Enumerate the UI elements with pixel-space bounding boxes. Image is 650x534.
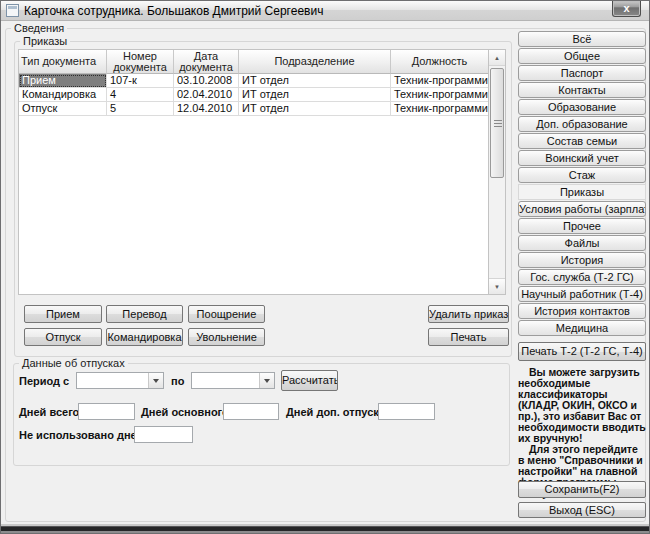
cell-doc-type[interactable]: Прием <box>19 74 107 88</box>
cell-position[interactable]: Техник-программист <box>391 102 488 116</box>
svedeniya-group-label: Сведения <box>11 22 67 34</box>
days-main-label: Дней основного <box>141 406 229 418</box>
scroll-down-icon: ▼ <box>494 284 500 290</box>
column-header-doc-number: Номер документа <box>107 50 174 74</box>
cell-doc-number[interactable]: 107-к <box>107 74 174 88</box>
scrollbar-grip-icon <box>494 123 502 124</box>
scroll-up-button[interactable]: ▲ <box>489 50 505 66</box>
column-header-doc-type: Тип документа <box>19 50 107 74</box>
print-t2-button[interactable]: Печать Т-2 (Т-2 ГС, Т-4) <box>518 342 646 361</box>
cell-doc-number[interactable]: 5 <box>107 102 174 116</box>
pooshchrenie-button[interactable]: Поощрение <box>188 305 265 323</box>
sidebar-item-istoriya[interactable]: История <box>518 252 646 268</box>
cell-doc-type[interactable]: Командировка <box>19 88 107 102</box>
delete-order-button[interactable]: Удалить приказ <box>428 305 509 323</box>
exit-button[interactable]: Выход (ESC) <box>518 502 646 518</box>
sidebar-item-sostav-semi[interactable]: Состав семьи <box>518 133 646 149</box>
sidebar-item-usloviya-raboty[interactable]: Условия работы (зарплата) <box>518 201 646 217</box>
cell-position[interactable]: Техник-программист <box>391 74 488 88</box>
days-total-input[interactable] <box>78 403 135 420</box>
uvolnenie-button[interactable]: Увольнение <box>188 328 265 346</box>
cell-department[interactable]: ИТ отдел <box>239 88 391 102</box>
sidebar-item-istoriya-kontaktov[interactable]: История контактов <box>518 303 646 319</box>
sidebar-item-voinskiy-uchet[interactable]: Воинский учет <box>518 150 646 166</box>
calculate-button[interactable]: Рассчитать <box>281 370 338 391</box>
table-row[interactable]: Командировка 4 02.04.2010 ИТ отдел Техни… <box>19 88 488 102</box>
window-bottom-frame <box>1 524 649 533</box>
period-to-label: по <box>171 375 184 387</box>
otpusk-button[interactable]: Отпуск <box>24 328 102 346</box>
cell-doc-number[interactable]: 4 <box>107 88 174 102</box>
days-main-input[interactable] <box>223 403 279 420</box>
sidebar-item-faily[interactable]: Файлы <box>518 235 646 251</box>
sidebar-item-vse[interactable]: Всё <box>518 31 646 47</box>
vacation-group-label: Данные об отпусках <box>19 357 128 369</box>
print-order-button[interactable]: Печать <box>428 328 509 346</box>
period-from-label: Период с <box>19 375 69 387</box>
titlebar: Карточка сотрудника. Большаков Дмитрий С… <box>1 1 649 21</box>
sidebar-item-prochee[interactable]: Прочее <box>518 218 646 234</box>
sidebar-item-dop-obrazovanie[interactable]: Доп. образование <box>518 116 646 132</box>
employee-card-window: Карточка сотрудника. Большаков Дмитрий С… <box>0 0 650 534</box>
scroll-up-icon: ▲ <box>494 55 500 61</box>
column-header-department: Подразделение <box>239 50 391 74</box>
sidebar-item-prikazy[interactable]: Приказы <box>518 184 646 200</box>
cell-doc-date[interactable]: 02.04.2010 <box>174 88 239 102</box>
sidebar-item-stazh[interactable]: Стаж <box>518 167 646 183</box>
window-title: Карточка сотрудника. Большаков Дмитрий С… <box>24 4 323 18</box>
days-total-label: Дней всего <box>19 406 79 418</box>
period-to-select[interactable] <box>191 372 275 389</box>
orders-table-header: Тип документа Номер документа Дата докум… <box>19 50 488 74</box>
chevron-down-icon[interactable] <box>148 373 163 388</box>
scrollbar-thumb[interactable] <box>490 68 504 178</box>
sidebar-item-pasport[interactable]: Паспорт <box>518 65 646 81</box>
orders-table: Тип документа Номер документа Дата докум… <box>18 49 506 295</box>
cell-doc-date[interactable]: 03.10.2008 <box>174 74 239 88</box>
days-extra-label: Дней доп. отпуска <box>286 406 385 418</box>
column-header-doc-date: Дата документа <box>174 50 239 74</box>
period-from-select[interactable] <box>76 372 164 389</box>
scroll-down-button[interactable]: ▼ <box>489 278 505 294</box>
table-scrollbar[interactable]: ▲ ▼ <box>488 50 505 294</box>
sidebar-item-medicina[interactable]: Медицина <box>518 320 646 336</box>
cell-department[interactable]: ИТ отдел <box>239 74 391 88</box>
table-row[interactable]: Отпуск 5 12.04.2010 ИТ отдел Техник-прог… <box>19 102 488 116</box>
table-row[interactable]: Прием 107-к 03.10.2008 ИТ отдел Техник-п… <box>19 74 488 88</box>
save-button[interactable]: Сохранить(F2) <box>518 481 646 498</box>
cell-doc-date[interactable]: 12.04.2010 <box>174 102 239 116</box>
days-unused-input[interactable] <box>134 426 193 443</box>
days-extra-input[interactable] <box>378 403 435 420</box>
sidebar-item-kontakty[interactable]: Контакты <box>518 82 646 98</box>
column-header-position: Должность <box>391 50 488 74</box>
close-button[interactable]: x <box>612 1 641 17</box>
sidebar-item-obrazovanie[interactable]: Образование <box>518 99 646 115</box>
orders-table-body: Прием 107-к 03.10.2008 ИТ отдел Техник-п… <box>19 74 488 116</box>
sidebar-item-gos-sluzhba[interactable]: Гос. служба (Т-2 ГС) <box>518 269 646 285</box>
hint-paragraph-1: Вы можете загрузить необходимые классифи… <box>518 367 647 444</box>
days-unused-label: Не использовано дней <box>19 429 143 441</box>
chevron-down-icon[interactable] <box>259 373 274 388</box>
perevod-button[interactable]: Перевод <box>106 305 183 323</box>
komandirovka-button[interactable]: Командировка <box>106 328 183 346</box>
priem-button[interactable]: Прием <box>24 305 102 323</box>
window-icon[interactable] <box>6 4 19 17</box>
sidebar-item-nauchny-rabotnik[interactable]: Научный работник (Т-4) <box>518 286 646 302</box>
sidebar-item-obschee[interactable]: Общее <box>518 48 646 64</box>
close-icon: x <box>623 2 629 14</box>
cell-department[interactable]: ИТ отдел <box>239 102 391 116</box>
classifier-hint-text: Вы можете загрузить необходимые классифи… <box>518 367 647 499</box>
cell-doc-type[interactable]: Отпуск <box>19 102 107 116</box>
cell-position[interactable]: Техник-программист <box>391 88 488 102</box>
orders-group-label: Приказы <box>20 35 70 47</box>
